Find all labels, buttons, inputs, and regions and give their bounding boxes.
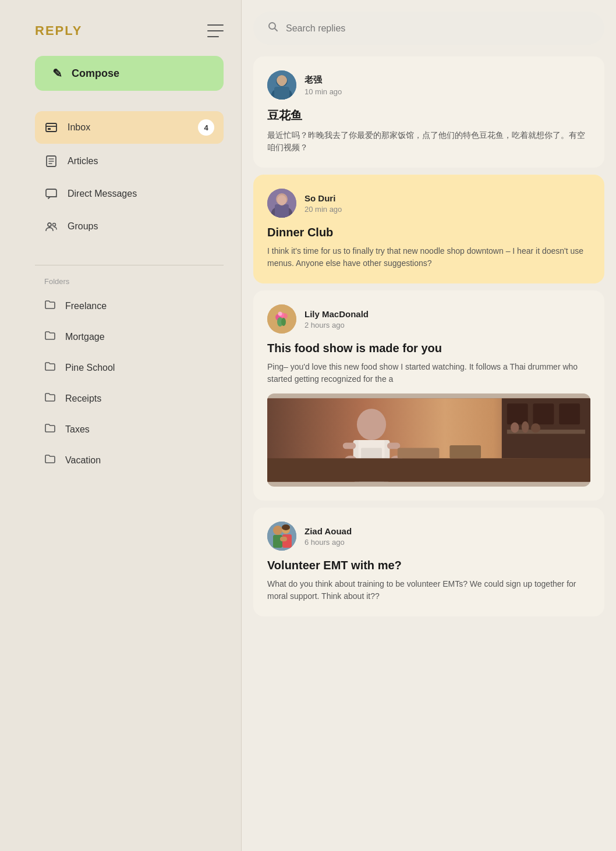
compose-label: Compose bbox=[72, 68, 119, 80]
message-title: 豆花鱼 bbox=[267, 108, 590, 123]
sender-name: 老强 bbox=[305, 75, 342, 86]
svg-point-47 bbox=[273, 526, 282, 535]
svg-rect-40 bbox=[533, 403, 554, 424]
folder-item-freelance[interactable]: Freelance bbox=[35, 292, 224, 320]
sidebar-item-groups[interactable]: Groups bbox=[35, 211, 224, 242]
sidebar-item-inbox[interactable]: Inbox 4 bbox=[35, 111, 224, 144]
folder-item-pine-school[interactable]: Pine School bbox=[35, 353, 224, 382]
messages-list: 老强 10 min ago 豆花鱼 最近忙吗？昨晚我去了你最爱的那家饭馆，点了他… bbox=[242, 51, 616, 851]
folder-icon bbox=[44, 422, 56, 437]
folder-icon bbox=[44, 299, 56, 313]
sidebar: REPLY ✎ Compose Inbox bbox=[0, 0, 242, 851]
main-content: 老强 10 min ago 豆花鱼 最近忙吗？昨晚我去了你最爱的那家饭馆，点了他… bbox=[242, 0, 616, 851]
svg-rect-42 bbox=[507, 430, 585, 434]
sender-time: 10 min ago bbox=[305, 87, 342, 96]
svg-rect-1 bbox=[48, 128, 51, 130]
nav-items: Inbox 4 Articles bbox=[35, 111, 224, 242]
sidebar-item-articles[interactable]: Articles bbox=[35, 146, 224, 176]
message-title: Dinner Club bbox=[267, 226, 590, 239]
sidebar-item-direct-messages[interactable]: Direct Messages bbox=[35, 179, 224, 209]
sender-info: Ziad Aouad 6 hours ago bbox=[305, 526, 352, 547]
sidebar-header: REPLY bbox=[35, 23, 224, 38]
svg-point-5 bbox=[53, 224, 56, 226]
svg-point-17 bbox=[277, 195, 286, 205]
message-card[interactable]: Lily MacDonald 2 hours ago This food sho… bbox=[253, 290, 604, 501]
message-preview: I think it's time for us to finally try … bbox=[267, 245, 590, 270]
svg-rect-48 bbox=[273, 535, 282, 548]
avatar bbox=[267, 522, 296, 551]
app-container: REPLY ✎ Compose Inbox bbox=[0, 0, 616, 851]
nav-divider bbox=[35, 265, 224, 265]
sender-name: Ziad Aouad bbox=[305, 526, 352, 536]
sender-info: So Duri 20 min ago bbox=[305, 193, 342, 214]
sender-time: 6 hours ago bbox=[305, 538, 352, 547]
svg-rect-15 bbox=[275, 204, 289, 218]
folder-icon bbox=[44, 329, 56, 344]
articles-icon bbox=[44, 154, 58, 168]
folder-icon bbox=[44, 360, 56, 375]
message-header: So Duri 20 min ago bbox=[267, 189, 590, 218]
svg-rect-37 bbox=[449, 445, 481, 458]
svg-rect-32 bbox=[387, 442, 400, 449]
inbox-badge: 4 bbox=[198, 119, 214, 136]
svg-point-43 bbox=[511, 423, 519, 433]
message-card[interactable]: So Duri 20 min ago Dinner Club I think i… bbox=[253, 175, 604, 283]
message-card[interactable]: Ziad Aouad 6 hours ago Volunteer EMT wit… bbox=[253, 508, 604, 616]
folder-item-taxes[interactable]: Taxes bbox=[35, 415, 224, 444]
folder-item-mortgage[interactable]: Mortgage bbox=[35, 322, 224, 351]
sender-info: 老强 10 min ago bbox=[305, 75, 342, 96]
articles-label: Articles bbox=[68, 156, 98, 166]
inbox-icon bbox=[44, 120, 58, 134]
menu-toggle-icon[interactable] bbox=[207, 24, 224, 37]
sender-name: Lily MacDonald bbox=[305, 309, 369, 319]
pencil-icon: ✎ bbox=[52, 66, 62, 80]
folder-vacation-label: Vacation bbox=[65, 455, 101, 466]
folder-mortgage-label: Mortgage bbox=[65, 332, 105, 342]
message-card[interactable]: 老强 10 min ago 豆花鱼 最近忙吗？昨晚我去了你最爱的那家饭馆，点了他… bbox=[253, 56, 604, 168]
folder-icon bbox=[44, 391, 56, 406]
sender-time: 2 hours ago bbox=[305, 321, 369, 329]
sender-name: So Duri bbox=[305, 193, 342, 203]
message-preview: Ping– you'd love this new food show I st… bbox=[267, 361, 590, 385]
folders-section-label: Folders bbox=[35, 277, 224, 286]
svg-point-12 bbox=[278, 77, 286, 86]
folder-freelance-label: Freelance bbox=[65, 301, 107, 311]
inbox-label: Inbox bbox=[68, 122, 90, 133]
message-image bbox=[267, 393, 590, 487]
svg-rect-51 bbox=[280, 537, 287, 541]
svg-point-52 bbox=[282, 524, 290, 530]
svg-rect-35 bbox=[267, 458, 590, 481]
folder-pine-school-label: Pine School bbox=[65, 363, 115, 373]
folder-item-receipts[interactable]: Receipts bbox=[35, 384, 224, 413]
direct-messages-label: Direct Messages bbox=[68, 189, 137, 199]
avatar bbox=[267, 189, 296, 218]
sender-info: Lily MacDonald 2 hours ago bbox=[305, 309, 369, 329]
search-bar[interactable] bbox=[253, 12, 604, 45]
message-title: Volunteer EMT with me? bbox=[267, 559, 590, 572]
message-preview: 最近忙吗？昨晚我去了你最爱的那家饭馆，点了他们的特色豆花鱼，吃着就想你了。有空咱… bbox=[267, 129, 590, 154]
svg-rect-39 bbox=[507, 403, 528, 424]
folder-receipts-label: Receipts bbox=[65, 393, 101, 404]
svg-rect-0 bbox=[46, 123, 56, 132]
message-header: Ziad Aouad 6 hours ago bbox=[267, 522, 590, 551]
message-preview: What do you think about training to be v… bbox=[267, 578, 590, 602]
app-logo: REPLY bbox=[35, 23, 82, 38]
svg-rect-41 bbox=[559, 403, 580, 424]
compose-button[interactable]: ✎ Compose bbox=[35, 56, 224, 91]
svg-rect-3 bbox=[46, 189, 56, 197]
folder-item-vacation[interactable]: Vacation bbox=[35, 446, 224, 474]
direct-messages-icon bbox=[44, 187, 58, 201]
groups-label: Groups bbox=[68, 221, 98, 232]
message-title: This food show is made for you bbox=[267, 342, 590, 355]
folder-icon bbox=[44, 453, 56, 467]
svg-point-27 bbox=[357, 409, 386, 440]
avatar bbox=[267, 304, 296, 334]
svg-point-4 bbox=[48, 223, 51, 226]
search-input[interactable] bbox=[286, 23, 590, 34]
svg-rect-31 bbox=[343, 442, 356, 449]
svg-point-45 bbox=[531, 423, 540, 432]
folder-taxes-label: Taxes bbox=[65, 424, 90, 435]
message-header: Lily MacDonald 2 hours ago bbox=[267, 304, 590, 334]
sender-time: 20 min ago bbox=[305, 205, 342, 214]
folder-items: Freelance Mortgage Pine School bbox=[35, 292, 224, 474]
